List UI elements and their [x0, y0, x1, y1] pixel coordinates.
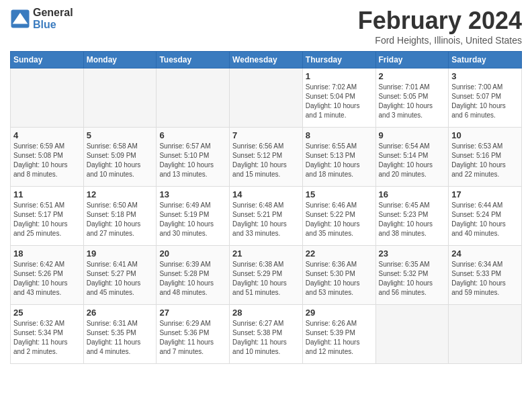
day-number: 27: [159, 308, 226, 318]
day-info: Sunrise: 6:58 AM Sunset: 5:09 PM Dayligh…: [87, 142, 154, 179]
calendar-cell: 25Sunrise: 6:32 AM Sunset: 5:34 PM Dayli…: [11, 305, 84, 364]
day-info: Sunrise: 6:56 AM Sunset: 5:12 PM Dayligh…: [232, 142, 300, 179]
day-info: Sunrise: 6:48 AM Sunset: 5:21 PM Dayligh…: [232, 201, 300, 238]
calendar-week-row: 18Sunrise: 6:42 AM Sunset: 5:26 PM Dayli…: [11, 246, 522, 305]
day-info: Sunrise: 6:32 AM Sunset: 5:34 PM Dayligh…: [13, 319, 81, 357]
logo-text: General Blue: [33, 7, 73, 30]
logo-blue-text: Blue: [33, 19, 73, 31]
weekday-header-thursday: Thursday: [302, 52, 375, 68]
day-number: 5: [87, 130, 154, 140]
weekday-header-saturday: Saturday: [449, 52, 522, 68]
month-title: February 2024: [358, 7, 522, 35]
calendar-body: 1Sunrise: 7:02 AM Sunset: 5:04 PM Daylig…: [11, 68, 522, 364]
day-number: 20: [159, 248, 226, 259]
day-number: 24: [451, 248, 519, 259]
day-info: Sunrise: 6:38 AM Sunset: 5:29 PM Dayligh…: [232, 260, 300, 298]
calendar-cell: [230, 68, 303, 128]
day-number: 7: [232, 130, 300, 140]
day-number: 22: [306, 248, 373, 259]
day-info: Sunrise: 6:36 AM Sunset: 5:30 PM Dayligh…: [306, 260, 373, 298]
calendar-cell: 29Sunrise: 6:26 AM Sunset: 5:39 PM Dayli…: [302, 305, 375, 364]
calendar-cell: [83, 68, 157, 128]
day-number: 18: [13, 248, 81, 259]
calendar-cell: 1Sunrise: 7:02 AM Sunset: 5:04 PM Daylig…: [302, 68, 375, 128]
calendar-cell: 2Sunrise: 7:01 AM Sunset: 5:05 PM Daylig…: [375, 68, 449, 128]
day-info: Sunrise: 6:44 AM Sunset: 5:24 PM Dayligh…: [451, 201, 519, 238]
day-number: 3: [451, 71, 519, 81]
calendar-cell: 8Sunrise: 6:55 AM Sunset: 5:13 PM Daylig…: [302, 128, 375, 187]
calendar-cell: 14Sunrise: 6:48 AM Sunset: 5:21 PM Dayli…: [230, 187, 303, 246]
day-number: 10: [451, 130, 519, 140]
calendar-cell: 16Sunrise: 6:45 AM Sunset: 5:23 PM Dayli…: [375, 187, 449, 246]
calendar-cell: [449, 305, 522, 364]
calendar-cell: 24Sunrise: 6:34 AM Sunset: 5:33 PM Dayli…: [449, 246, 522, 305]
calendar-cell: 23Sunrise: 6:35 AM Sunset: 5:32 PM Dayli…: [375, 246, 449, 305]
day-number: 6: [159, 130, 226, 140]
day-info: Sunrise: 6:46 AM Sunset: 5:22 PM Dayligh…: [306, 201, 373, 238]
calendar-cell: 28Sunrise: 6:27 AM Sunset: 5:38 PM Dayli…: [230, 305, 303, 364]
day-number: 1: [306, 71, 373, 81]
calendar-cell: 5Sunrise: 6:58 AM Sunset: 5:09 PM Daylig…: [83, 128, 157, 187]
day-info: Sunrise: 6:50 AM Sunset: 5:18 PM Dayligh…: [87, 201, 154, 238]
calendar-cell: 21Sunrise: 6:38 AM Sunset: 5:29 PM Dayli…: [230, 246, 303, 305]
calendar-cell: [375, 305, 449, 364]
calendar-cell: 15Sunrise: 6:46 AM Sunset: 5:22 PM Dayli…: [302, 187, 375, 246]
calendar-cell: 18Sunrise: 6:42 AM Sunset: 5:26 PM Dayli…: [11, 246, 84, 305]
page-header: General Blue February 2024 Ford Heights,…: [10, 7, 522, 46]
title-block: February 2024 Ford Heights, Illinois, Un…: [358, 7, 522, 46]
calendar-week-row: 1Sunrise: 7:02 AM Sunset: 5:04 PM Daylig…: [11, 68, 522, 128]
day-number: 26: [87, 308, 154, 318]
day-info: Sunrise: 6:42 AM Sunset: 5:26 PM Dayligh…: [13, 260, 81, 298]
weekday-header-monday: Monday: [83, 52, 157, 68]
calendar-cell: [11, 68, 84, 128]
day-info: Sunrise: 6:41 AM Sunset: 5:27 PM Dayligh…: [87, 260, 154, 298]
calendar-cell: 12Sunrise: 6:50 AM Sunset: 5:18 PM Dayli…: [83, 187, 157, 246]
calendar-cell: [157, 68, 230, 128]
calendar-cell: 4Sunrise: 6:59 AM Sunset: 5:08 PM Daylig…: [11, 128, 84, 187]
day-info: Sunrise: 6:29 AM Sunset: 5:36 PM Dayligh…: [159, 319, 226, 357]
calendar-cell: 17Sunrise: 6:44 AM Sunset: 5:24 PM Dayli…: [449, 187, 522, 246]
weekday-header-friday: Friday: [375, 52, 449, 68]
day-number: 28: [232, 308, 300, 318]
day-info: Sunrise: 6:31 AM Sunset: 5:35 PM Dayligh…: [87, 319, 154, 357]
day-info: Sunrise: 6:39 AM Sunset: 5:28 PM Dayligh…: [159, 260, 226, 298]
day-number: 29: [306, 308, 373, 318]
day-number: 23: [379, 248, 446, 259]
calendar-week-row: 4Sunrise: 6:59 AM Sunset: 5:08 PM Daylig…: [11, 128, 522, 187]
day-number: 25: [13, 308, 81, 318]
calendar-cell: 11Sunrise: 6:51 AM Sunset: 5:17 PM Dayli…: [11, 187, 84, 246]
day-number: 8: [306, 130, 373, 140]
calendar-cell: 22Sunrise: 6:36 AM Sunset: 5:30 PM Dayli…: [302, 246, 375, 305]
day-info: Sunrise: 6:34 AM Sunset: 5:33 PM Dayligh…: [451, 260, 519, 298]
day-number: 15: [306, 189, 373, 199]
day-number: 2: [379, 71, 446, 81]
day-info: Sunrise: 6:57 AM Sunset: 5:10 PM Dayligh…: [159, 142, 226, 179]
day-info: Sunrise: 6:53 AM Sunset: 5:16 PM Dayligh…: [451, 142, 519, 179]
calendar-cell: 27Sunrise: 6:29 AM Sunset: 5:36 PM Dayli…: [157, 305, 230, 364]
day-number: 19: [87, 248, 154, 259]
day-info: Sunrise: 6:45 AM Sunset: 5:23 PM Dayligh…: [379, 201, 446, 238]
calendar-cell: 3Sunrise: 7:00 AM Sunset: 5:07 PM Daylig…: [449, 68, 522, 128]
day-number: 17: [451, 189, 519, 199]
day-info: Sunrise: 7:00 AM Sunset: 5:07 PM Dayligh…: [451, 83, 519, 120]
day-info: Sunrise: 6:35 AM Sunset: 5:32 PM Dayligh…: [379, 260, 446, 298]
day-number: 14: [232, 189, 300, 199]
day-info: Sunrise: 7:02 AM Sunset: 5:04 PM Dayligh…: [306, 83, 373, 120]
logo-icon: [10, 9, 30, 29]
calendar-cell: 19Sunrise: 6:41 AM Sunset: 5:27 PM Dayli…: [83, 246, 157, 305]
weekday-header-tuesday: Tuesday: [157, 52, 230, 68]
day-number: 12: [87, 189, 154, 199]
location-text: Ford Heights, Illinois, United States: [358, 35, 522, 46]
day-info: Sunrise: 6:49 AM Sunset: 5:19 PM Dayligh…: [159, 201, 226, 238]
calendar-week-row: 25Sunrise: 6:32 AM Sunset: 5:34 PM Dayli…: [11, 305, 522, 364]
calendar-header: SundayMondayTuesdayWednesdayThursdayFrid…: [11, 52, 522, 68]
logo-general-text: General: [33, 7, 73, 19]
calendar-cell: 9Sunrise: 6:54 AM Sunset: 5:14 PM Daylig…: [375, 128, 449, 187]
calendar-cell: 7Sunrise: 6:56 AM Sunset: 5:12 PM Daylig…: [230, 128, 303, 187]
weekday-header-row: SundayMondayTuesdayWednesdayThursdayFrid…: [11, 52, 522, 68]
calendar-cell: 6Sunrise: 6:57 AM Sunset: 5:10 PM Daylig…: [157, 128, 230, 187]
calendar-cell: 10Sunrise: 6:53 AM Sunset: 5:16 PM Dayli…: [449, 128, 522, 187]
day-info: Sunrise: 6:59 AM Sunset: 5:08 PM Dayligh…: [13, 142, 81, 179]
calendar-cell: 20Sunrise: 6:39 AM Sunset: 5:28 PM Dayli…: [157, 246, 230, 305]
day-info: Sunrise: 6:26 AM Sunset: 5:39 PM Dayligh…: [306, 319, 373, 357]
